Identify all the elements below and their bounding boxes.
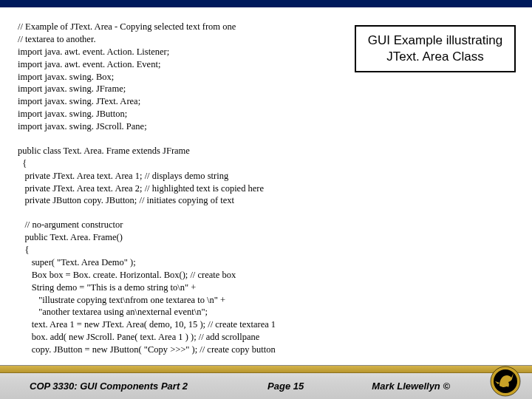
footer-course: COP 3330: GUI Components Part 2 <box>0 381 222 392</box>
footer: COP 3330: GUI Components Part 2 Page 15 … <box>0 365 532 399</box>
footer-band: COP 3330: GUI Components Part 2 Page 15 … <box>0 365 532 399</box>
callout-box: GUI Example illustrating JText. Area Cla… <box>355 25 516 72</box>
footer-content: COP 3330: GUI Components Part 2 Page 15 … <box>0 372 532 399</box>
callout-line2: JText. Area Class <box>362 49 508 65</box>
footer-page: Page 15 <box>222 381 349 392</box>
slide-content: GUI Example illustrating JText. Area Cla… <box>0 7 532 356</box>
ucf-pegasus-logo-icon <box>489 365 522 398</box>
callout-line1: GUI Example illustrating <box>362 33 508 49</box>
code-block-class: public class Text. Area. Frame extends J… <box>18 145 517 207</box>
code-block-constructor: // no-argument constructor public Text. … <box>18 219 517 356</box>
top-accent-bar <box>0 0 532 7</box>
